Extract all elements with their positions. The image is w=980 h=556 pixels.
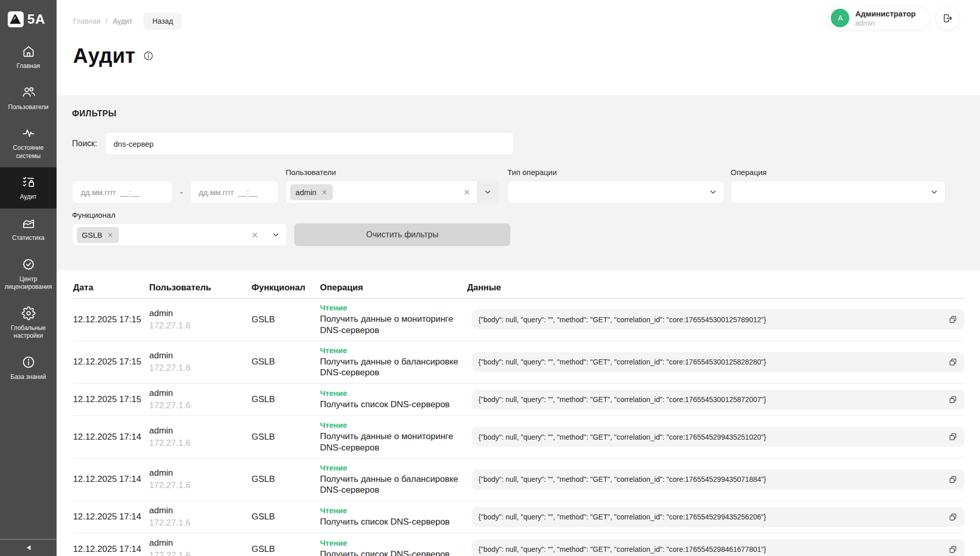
audit-table: ДатаПользовательФункционалОперацияДанные… [57,270,980,556]
data-pill: {"body": null, "query": "", "method": "G… [472,427,965,447]
functional-select[interactable]: GSLB [72,223,287,246]
cell-data: {"body": null, "query": "", "method": "G… [467,309,965,329]
cell-date: 12.12.2025 17:15 [73,394,149,405]
license-icon [22,257,35,271]
breadcrumb-home[interactable]: Главная [73,17,100,25]
sidebar-collapse-button[interactable] [0,539,57,556]
clear-select-icon[interactable] [251,231,259,239]
user-ip: 172.27.1.6 [149,550,252,556]
column-header: Данные [467,283,965,293]
avatar: A [831,9,849,27]
operation-type: Чтение [320,346,467,355]
sidebar: 5A ГлавнаяПользователиСостояние системыА… [0,0,57,556]
operation-type: Чтение [320,506,467,515]
copy-icon[interactable] [948,512,958,522]
sidebar-item-settings[interactable]: Глобальные настройки [0,299,57,348]
chevron-down-icon[interactable] [477,181,498,203]
settings-icon [22,306,35,320]
copy-icon[interactable] [948,432,958,442]
user-ip: 172.27.1.6 [149,438,252,448]
sidebar-item-activity[interactable]: Состояние системы [0,118,57,167]
table-header-row: ДатаПользовательФункционалОперацияДанные [73,277,965,299]
copy-icon[interactable] [948,545,958,554]
user-login: admin [149,351,252,361]
clear-select-icon[interactable] [463,188,471,196]
chip-remove-icon[interactable] [107,232,114,238]
chevron-down-icon[interactable] [265,224,287,246]
back-button[interactable]: Назад [144,12,182,30]
table-row: 12.12.2025 17:15 admin 172.27.1.6 GSLB Ч… [73,341,965,384]
cell-user: admin 172.27.1.6 [149,468,252,491]
user-login: admin [149,538,252,548]
table-row: 12.12.2025 17:14 admin 172.27.1.6 GSLB Ч… [73,501,965,533]
user-ip: 172.27.1.6 [149,480,252,491]
cell-user: admin 172.27.1.6 [149,308,252,331]
chevron-down-icon[interactable] [702,181,724,203]
cell-data: {"body": null, "query": "", "method": "G… [467,540,965,556]
clear-filters-button[interactable]: Очистить фильтры [294,223,510,246]
sidebar-item-label: Пользователи [8,103,48,112]
operation-type-select[interactable] [507,181,724,203]
search-input[interactable] [105,132,514,155]
cell-user: admin 172.27.1.6 [149,506,252,528]
chevron-down-icon[interactable] [923,181,945,203]
sidebar-item-stats[interactable]: Статистика [0,208,57,250]
user-username: admin [855,19,916,27]
data-json: {"body": null, "query": "", "method": "G… [478,513,766,521]
column-header: Дата [73,283,149,293]
data-json: {"body": null, "query": "", "method": "G… [478,316,766,324]
data-pill: {"body": null, "query": "", "method": "G… [472,352,965,372]
logout-button[interactable] [936,6,959,30]
date-to-input[interactable] [190,181,278,203]
functional-chip: GSLB [77,227,119,243]
copy-icon[interactable] [948,395,958,405]
operation-description: Получить данные о мониторинге DNS-сервер… [320,314,467,336]
sidebar-item-users[interactable]: Пользователи [0,78,57,119]
column-header: Операция [320,283,467,293]
data-pill: {"body": null, "query": "", "method": "G… [472,309,965,329]
user-menu[interactable]: A Администратор admin [828,6,930,30]
app-root: 5A ГлавнаяПользователиСостояние системыА… [0,0,980,556]
date-from-input[interactable] [72,181,173,203]
operation-description: Получить список DNS-серверов [320,399,467,410]
cell-date: 12.12.2025 17:14 [73,474,149,484]
user-role: Администратор [855,9,916,18]
operation-description: Получить данные о балансировке DNS-серве… [320,474,467,496]
cell-date: 12.12.2025 17:14 [73,512,149,522]
copy-icon[interactable] [948,315,958,324]
activity-icon [22,126,35,140]
collapse-left-icon [26,545,31,551]
users-chip: admin [290,184,333,200]
cell-date: 12.12.2025 17:15 [73,315,149,325]
info-icon[interactable] [143,50,154,61]
operation-description: Получить данные о мониторинге DNS-сервер… [320,431,467,454]
sidebar-item-home[interactable]: Главная [0,37,57,78]
home-icon [22,44,35,58]
sidebar-item-audit[interactable]: Аудит [0,167,57,208]
cell-date: 12.12.2025 17:15 [73,357,149,367]
cell-data: {"body": null, "query": "", "method": "G… [467,507,965,527]
table-row: 12.12.2025 17:15 admin 172.27.1.6 GSLB Ч… [73,384,965,416]
copy-icon[interactable] [948,475,958,484]
user-ip: 172.27.1.6 [149,401,252,411]
operation-type: Чтение [320,538,467,547]
operation-select[interactable] [730,181,946,203]
functional-chip-label: GSLB [82,231,102,239]
operation-description: Получить список DNS-серверов [320,549,467,556]
stats-icon [22,216,35,230]
copy-icon[interactable] [948,357,958,367]
cell-user: admin 172.27.1.6 [149,388,252,411]
user-text: Администратор admin [855,9,916,27]
sidebar-item-label: Состояние системы [3,144,54,160]
users-filter: Пользователи admin [286,168,499,203]
user-ip: 172.27.1.6 [149,321,252,331]
logo[interactable]: 5A [0,0,57,31]
cell-user: admin 172.27.1.6 [149,538,252,556]
users-select[interactable]: admin [286,181,499,203]
sidebar-item-knowledge[interactable]: База знаний [0,348,57,389]
chip-remove-icon[interactable] [321,189,328,196]
sidebar-item-license[interactable]: Центр лицензирования [0,250,57,299]
users-filter-label: Пользователи [286,168,499,177]
cell-operation: Чтение Получить список DNS-серверов [320,538,467,556]
functional-filter: Функционал GSLB [72,211,287,246]
